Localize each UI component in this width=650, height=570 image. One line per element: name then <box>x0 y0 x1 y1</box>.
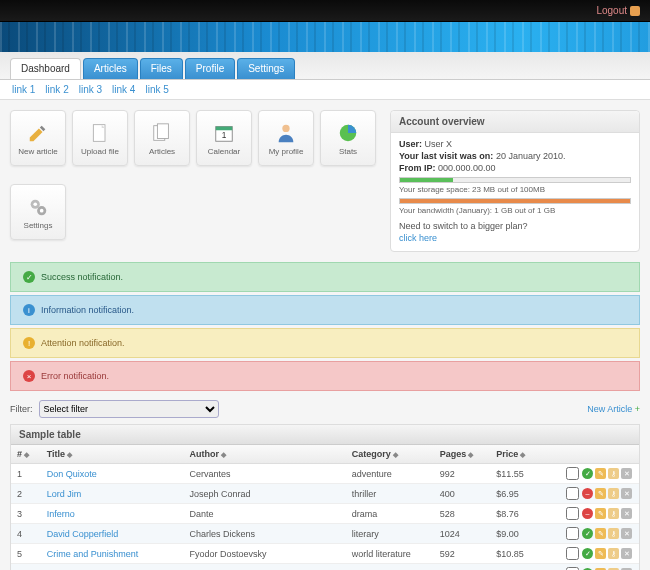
row-checkbox[interactable] <box>566 507 579 520</box>
cal-icon: 1 <box>212 121 236 145</box>
switch-plan-link[interactable]: click here <box>399 233 437 243</box>
sublink-4[interactable]: link 4 <box>112 84 135 95</box>
table-row: 5Crime and PunishmentFyodor Dostoevskywo… <box>11 544 639 564</box>
svg-rect-2 <box>157 123 168 138</box>
approve-icon[interactable]: ✓ <box>582 528 593 539</box>
col-header[interactable]: #◆ <box>11 445 41 464</box>
table-row: 1Don QuixoteCervantesadventure992$11.55✓… <box>11 464 639 484</box>
tab-profile[interactable]: Profile <box>185 58 235 79</box>
tab-settings[interactable]: Settings <box>237 58 295 79</box>
delete-icon[interactable]: ✕ <box>621 548 632 559</box>
delete-icon[interactable]: ✕ <box>621 508 632 519</box>
logout-icon <box>630 6 640 16</box>
check-icon: ✓ <box>23 271 35 283</box>
storage-bar <box>399 177 631 183</box>
tab-articles[interactable]: Articles <box>83 58 138 79</box>
hero-banner <box>0 22 650 52</box>
info-notice: iInformation notification. <box>10 295 640 325</box>
svg-point-9 <box>33 202 37 206</box>
tile-stats[interactable]: Stats <box>320 110 376 166</box>
svg-point-11 <box>40 208 44 212</box>
delete-icon[interactable]: ✕ <box>621 468 632 479</box>
tile-settings[interactable]: Settings <box>10 184 66 240</box>
table-row: 4David CopperfieldCharles Dickensliterar… <box>11 524 639 544</box>
table-row: 3InfernoDantedrama528$8.76–✎⚷✕ <box>11 504 639 524</box>
gear-icon <box>26 195 50 219</box>
row-checkbox[interactable] <box>566 467 579 480</box>
error-icon: × <box>23 370 35 382</box>
user-icon <box>274 121 298 145</box>
info-icon: i <box>23 304 35 316</box>
edit-icon[interactable]: ✎ <box>595 468 606 479</box>
error-notice: ×Error notification. <box>10 361 640 391</box>
data-table: #◆Title◆Author◆Category◆Pages◆Price◆ 1Do… <box>11 445 639 570</box>
reject-icon[interactable]: – <box>582 488 593 499</box>
sublink-2[interactable]: link 2 <box>45 84 68 95</box>
tile-calendar[interactable]: 1Calendar <box>196 110 252 166</box>
tile-new-article[interactable]: New article <box>10 110 66 166</box>
logout-link[interactable]: Logout <box>596 5 640 16</box>
success-notice: ✓Success notification. <box>10 262 640 292</box>
tile-upload-file[interactable]: Upload file <box>72 110 128 166</box>
docs-icon <box>150 121 174 145</box>
row-title-link[interactable]: Inferno <box>47 509 75 519</box>
key-icon[interactable]: ⚷ <box>608 508 619 519</box>
row-title-link[interactable]: Don Quixote <box>47 469 97 479</box>
tab-files[interactable]: Files <box>140 58 183 79</box>
row-checkbox[interactable] <box>566 547 579 560</box>
account-overview-panel: Account overview User: User X Your last … <box>390 110 640 252</box>
key-icon[interactable]: ⚷ <box>608 528 619 539</box>
delete-icon[interactable]: ✕ <box>621 488 632 499</box>
tile-my-profile[interactable]: My profile <box>258 110 314 166</box>
edit-icon[interactable]: ✎ <box>595 528 606 539</box>
row-checkbox[interactable] <box>566 487 579 500</box>
col-header[interactable]: Category◆ <box>346 445 434 464</box>
new-article-link[interactable]: New Article + <box>587 404 640 414</box>
approve-icon[interactable]: ✓ <box>582 468 593 479</box>
key-icon[interactable]: ⚷ <box>608 488 619 499</box>
row-checkbox[interactable] <box>566 527 579 540</box>
edit-icon[interactable]: ✎ <box>595 488 606 499</box>
tile-articles[interactable]: Articles <box>134 110 190 166</box>
pie-icon <box>336 121 360 145</box>
edit-icon[interactable]: ✎ <box>595 508 606 519</box>
bandwidth-bar <box>399 198 631 204</box>
table-row: 6FaustJohann Wolfgang von Goethedrama464… <box>11 564 639 571</box>
sublink-3[interactable]: link 3 <box>79 84 102 95</box>
row-title-link[interactable]: Lord Jim <box>47 489 82 499</box>
warn-notice: !Attention notification. <box>10 328 640 358</box>
col-header[interactable] <box>541 445 639 464</box>
sublink-5[interactable]: link 5 <box>145 84 168 95</box>
svg-text:1: 1 <box>222 130 227 139</box>
col-header[interactable]: Pages◆ <box>434 445 490 464</box>
row-title-link[interactable]: Crime and Punishment <box>47 549 139 559</box>
col-header[interactable]: Price◆ <box>490 445 541 464</box>
row-title-link[interactable]: David Copperfield <box>47 529 119 539</box>
key-icon[interactable]: ⚷ <box>608 468 619 479</box>
col-header[interactable]: Title◆ <box>41 445 184 464</box>
filter-select[interactable]: Select filter <box>39 400 219 418</box>
doc-icon <box>88 121 112 145</box>
delete-icon[interactable]: ✕ <box>621 528 632 539</box>
table-row: 2Lord JimJoseph Conradthriller400$6.95–✎… <box>11 484 639 504</box>
sublink-1[interactable]: link 1 <box>12 84 35 95</box>
pencil-icon <box>26 121 50 145</box>
key-icon[interactable]: ⚷ <box>608 548 619 559</box>
edit-icon[interactable]: ✎ <box>595 548 606 559</box>
approve-icon[interactable]: ✓ <box>582 548 593 559</box>
reject-icon[interactable]: – <box>582 508 593 519</box>
table-title: Sample table <box>11 425 639 445</box>
tab-dashboard[interactable]: Dashboard <box>10 58 81 79</box>
panel-title: Account overview <box>391 111 639 133</box>
col-header[interactable]: Author◆ <box>183 445 345 464</box>
svg-point-6 <box>282 124 289 131</box>
filter-label: Filter: <box>10 404 33 414</box>
warn-icon: ! <box>23 337 35 349</box>
